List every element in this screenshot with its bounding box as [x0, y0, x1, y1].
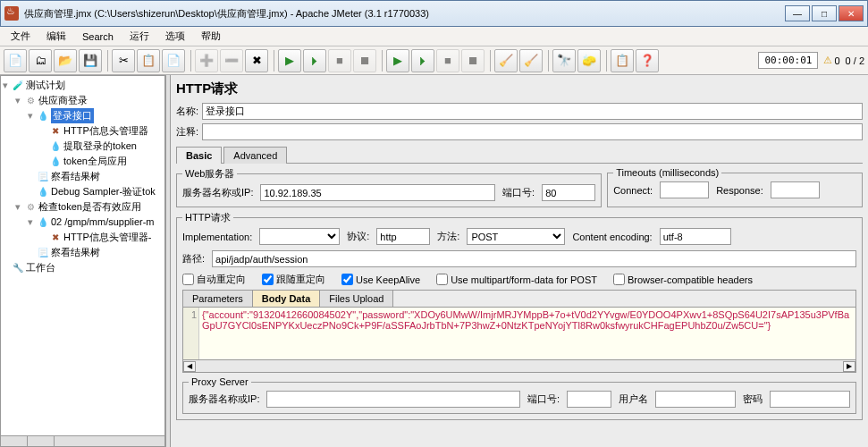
proxy-pass-input[interactable] — [770, 391, 850, 408]
chk-browser[interactable]: Browser-compatible headers — [613, 274, 753, 285]
port-label: 端口号: — [502, 186, 535, 199]
shutdown-button[interactable]: ⏹ — [353, 49, 376, 72]
webserver-legend: Web服务器 — [182, 167, 237, 181]
httpreq-legend: HTTP请求 — [182, 211, 233, 224]
start-notimers-button[interactable]: ⏵ — [303, 49, 326, 72]
open-button[interactable]: 📂 — [54, 49, 77, 72]
remote-shutdown-button[interactable]: ⏹ — [461, 49, 485, 72]
tree-workbench[interactable]: 工作台 — [26, 260, 55, 275]
window-title: 供应商管理.jmx (C:\Users\shizerun\Desktop\供应商… — [24, 7, 429, 21]
enc-input[interactable] — [660, 228, 731, 245]
tree-thread-group-2[interactable]: 检查token是否有效应用 — [38, 199, 141, 215]
subtab-files-upload[interactable]: Files Upload — [320, 291, 393, 307]
scroll-right-button[interactable]: ▶ — [843, 361, 855, 372]
test-plan-tree[interactable]: ▾🧪测试计划 ▾⚙供应商登录 ▾💧登录接口 ✖HTTP信息头管理器 💧提取登录的… — [0, 75, 165, 447]
tree-root[interactable]: 测试计划 — [26, 78, 65, 93]
close-button[interactable]: ✕ — [839, 5, 864, 21]
proxy-user-input[interactable] — [655, 391, 736, 408]
new-button[interactable]: 📄 — [4, 49, 27, 72]
maximize-button[interactable]: □ — [812, 5, 837, 21]
impl-label: Implementation: — [182, 232, 252, 242]
search-button[interactable]: 🔭 — [552, 49, 576, 72]
port-input[interactable] — [542, 184, 595, 201]
help-button[interactable]: ❓ — [636, 49, 659, 72]
comment-label: 注释: — [176, 125, 198, 139]
tab-basic[interactable]: Basic — [176, 147, 222, 164]
proxy-port-label: 端口号: — [527, 392, 560, 406]
warning-indicator: ⚠0 — [823, 55, 839, 66]
window-titlebar: 供应商管理.jmx (C:\Users\shizerun\Desktop\供应商… — [0, 0, 868, 27]
tree-thread-group[interactable]: 供应商登录 — [38, 93, 88, 108]
remote-start-button[interactable]: ▶ — [386, 49, 409, 72]
clear-all-button[interactable]: 🧹 — [519, 49, 543, 72]
tree-debug-sampler[interactable]: Debug Sampler-验证tok — [51, 184, 156, 199]
impl-select[interactable] — [259, 228, 340, 245]
chk-keepalive[interactable]: Use KeepAlive — [341, 274, 420, 285]
path-input[interactable] — [212, 250, 856, 267]
start-button[interactable]: ▶ — [278, 49, 301, 72]
clear-button[interactable]: 🧹 — [494, 49, 518, 72]
toggle-button[interactable]: ✖ — [245, 49, 268, 72]
method-select[interactable]: POST — [467, 228, 565, 245]
horizontal-scrollbar[interactable]: ◀ ▶ — [182, 360, 856, 373]
tree-http-sampler-2[interactable]: 02 /gmp/mm/supplier-m — [51, 215, 155, 230]
comment-input[interactable] — [202, 123, 863, 140]
chk-redirect-auto[interactable]: 自动重定向 — [182, 273, 246, 286]
menu-edit[interactable]: 编辑 — [39, 28, 73, 45]
panel-title: HTTP请求 — [176, 80, 863, 97]
menu-options[interactable]: 选项 — [158, 28, 192, 45]
function-helper-button[interactable]: 📋 — [611, 49, 634, 72]
body-data-editor[interactable]: 1 {"account":"91320412660084502Y","passw… — [182, 307, 856, 360]
proxy-user-label: 用户名 — [619, 392, 648, 406]
subtab-body-data[interactable]: Body Data — [253, 291, 320, 307]
tree-results-tree[interactable]: 察看结果树 — [51, 169, 100, 184]
editor-panel: HTTP请求 名称: 注释: Basic Advanced Web服务器 服务器… — [171, 75, 868, 447]
menu-help[interactable]: 帮助 — [194, 28, 228, 45]
menu-search[interactable]: Search — [75, 30, 121, 44]
proxy-server-input[interactable] — [266, 391, 519, 408]
expand-button[interactable]: ➕ — [195, 49, 218, 72]
paste-button[interactable]: 📄 — [162, 49, 185, 72]
path-label: 路径: — [182, 252, 205, 266]
response-label: Response: — [716, 185, 763, 196]
body-data-text[interactable]: {"account":"91320412660084502Y","passwor… — [199, 308, 855, 359]
chk-multipart[interactable]: Use multipart/form-data for POST — [436, 274, 597, 285]
proxy-port-input[interactable] — [567, 391, 611, 408]
reset-search-button[interactable]: 🧽 — [577, 49, 601, 72]
tree-extractor[interactable]: 提取登录的token — [63, 139, 137, 154]
menu-file[interactable]: 文件 — [4, 28, 38, 45]
proto-input[interactable] — [376, 228, 430, 245]
response-input[interactable] — [771, 181, 820, 198]
stop-button[interactable]: ■ — [328, 49, 351, 72]
name-input[interactable] — [202, 103, 863, 120]
remote-stop-button[interactable]: ■ — [436, 49, 459, 72]
tree-header-mgr-2[interactable]: HTTP信息头管理器- — [63, 230, 151, 245]
minimize-button[interactable]: — — [785, 5, 810, 21]
chk-redirect-follow[interactable]: 跟随重定向 — [262, 273, 325, 286]
tab-advanced[interactable]: Advanced — [223, 147, 287, 164]
save-button[interactable]: 💾 — [79, 49, 102, 72]
method-label: 方法: — [437, 230, 459, 243]
tree-header-mgr[interactable]: HTTP信息头管理器 — [63, 123, 148, 139]
toolbar: 📄 🗂 📂 💾 ✂ 📋 📄 ➕ ➖ ✖ ▶ ⏵ ■ ⏹ ▶ ⏵ ■ ⏹ 🧹 🧹 … — [0, 46, 868, 75]
connect-label: Connect: — [613, 185, 653, 196]
subtab-parameters[interactable]: Parameters — [183, 291, 253, 307]
enc-label: Content encoding: — [572, 232, 652, 242]
remote-start-all-button[interactable]: ⏵ — [411, 49, 434, 72]
tree-http-sampler[interactable]: 登录接口 — [51, 108, 94, 123]
templates-button[interactable]: 🗂 — [29, 49, 52, 72]
proxy-server-label: 服务器名称或IP: — [189, 392, 259, 406]
elapsed-timer: 00:00:01 — [758, 52, 818, 69]
proxy-legend: Proxy Server — [189, 376, 251, 387]
server-input[interactable] — [260, 184, 495, 201]
tree-results-tree-2[interactable]: 察看结果树 — [51, 245, 100, 260]
connect-input[interactable] — [660, 181, 709, 198]
scroll-left-button[interactable]: ◀ — [183, 361, 196, 372]
app-icon — [4, 6, 19, 21]
cut-button[interactable]: ✂ — [112, 49, 135, 72]
menu-run[interactable]: 运行 — [122, 28, 156, 45]
tree-token-global[interactable]: token全局应用 — [63, 154, 127, 169]
collapse-button[interactable]: ➖ — [220, 49, 243, 72]
copy-button[interactable]: 📋 — [137, 49, 160, 72]
proto-label: 协议: — [347, 230, 369, 243]
